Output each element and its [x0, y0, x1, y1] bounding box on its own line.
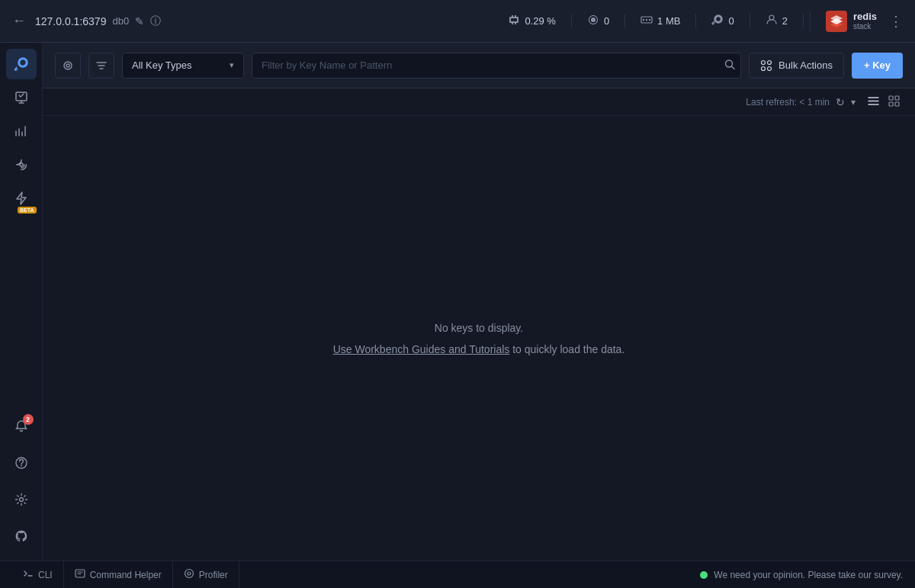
svg-rect-3 — [649, 19, 650, 21]
connection-db: db0 — [112, 15, 129, 27]
svg-rect-20 — [895, 102, 899, 106]
memory-value: 1 MB — [657, 15, 680, 27]
svg-point-4 — [769, 15, 774, 20]
command-helper-icon — [75, 568, 85, 581]
scan-button[interactable] — [55, 53, 81, 79]
menu-dots[interactable]: ⋮ — [889, 13, 903, 30]
sidebar-item-pubsub[interactable] — [6, 149, 37, 180]
memory-icon — [640, 14, 653, 28]
empty-suffix: to quickly load the data. — [509, 343, 624, 355]
svg-point-13 — [762, 60, 766, 64]
filter-button[interactable] — [88, 53, 114, 79]
sidebar-item-analytics[interactable] — [6, 116, 37, 146]
logo-text: redis — [853, 11, 877, 23]
svg-rect-17 — [889, 96, 893, 100]
bulk-actions-button[interactable]: Bulk Actions — [749, 53, 844, 79]
cpu-icon — [508, 14, 520, 28]
sidebar-item-workbench[interactable] — [6, 82, 37, 113]
main-layout: BETA 2 — [0, 43, 915, 561]
refresh-chevron-icon[interactable]: ▾ — [851, 97, 856, 108]
key-type-dropdown[interactable]: All Key Types ▾ — [122, 53, 244, 79]
connections-icon — [587, 14, 599, 28]
back-button[interactable]: ← — [12, 13, 26, 29]
cli-item[interactable]: CLI — [12, 561, 64, 588]
sidebar-item-settings[interactable] — [6, 484, 37, 515]
cpu-value: 0.29 % — [525, 15, 555, 27]
clients-value: 2 — [782, 15, 788, 27]
list-view-button[interactable] — [865, 94, 882, 111]
svg-point-23 — [188, 572, 191, 575]
keys-icon — [711, 14, 724, 28]
add-key-button[interactable]: + Key — [852, 53, 903, 79]
sidebar-item-keys[interactable] — [6, 49, 37, 79]
sidebar-item-notifications[interactable]: 2 — [6, 411, 37, 442]
profiler-label: Profiler — [199, 570, 228, 580]
profiler-icon — [184, 568, 194, 581]
key-type-label: All Key Types — [132, 59, 192, 71]
svg-rect-18 — [895, 96, 899, 100]
key-list-content: Last refresh: < 1 min ↻ ▾ — [43, 88, 915, 561]
bottom-bar: CLI Command Helper Profiler We need your… — [0, 561, 915, 588]
empty-text: No keys to display. — [435, 322, 523, 334]
add-key-label: + Key — [864, 59, 891, 71]
profiler-item[interactable]: Profiler — [173, 561, 239, 588]
info-icon[interactable]: ⓘ — [150, 14, 161, 28]
stat-connections: 0 — [572, 14, 625, 28]
refresh-text: Last refresh: < 1 min — [746, 97, 830, 108]
cli-icon — [23, 568, 34, 581]
clients-icon — [766, 14, 778, 28]
svg-rect-2 — [646, 19, 647, 21]
top-header: ← 127.0.0.1:6379 db0 ✎ ⓘ 0.29 % 0 — [0, 0, 915, 43]
svg-point-15 — [762, 66, 766, 70]
search-button[interactable] — [724, 59, 735, 72]
chevron-down-icon: ▾ — [230, 60, 234, 70]
stat-cpu: 0.29 % — [493, 14, 571, 28]
tree-view-button[interactable] — [885, 94, 903, 111]
stat-clients: 2 — [750, 14, 804, 28]
sidebar-item-github[interactable] — [6, 521, 37, 551]
svg-point-9 — [19, 498, 23, 502]
svg-point-16 — [768, 66, 772, 70]
svg-point-14 — [768, 60, 772, 64]
beta-badge: BETA — [18, 207, 37, 214]
sidebar: BETA 2 — [0, 43, 43, 561]
header-stats: 0.29 % 0 1 MB — [493, 11, 903, 32]
search-input[interactable] — [252, 53, 741, 79]
svg-point-10 — [64, 62, 72, 69]
connections-value: 0 — [604, 15, 609, 27]
stat-memory: 1 MB — [625, 14, 696, 28]
command-helper-label: Command Helper — [90, 570, 162, 580]
notification-badge: 2 — [23, 414, 34, 425]
svg-rect-1 — [643, 19, 644, 21]
connection-info: 127.0.0.1:6379 db0 ✎ ⓘ — [35, 14, 161, 28]
edit-connection-icon[interactable]: ✎ — [135, 15, 144, 27]
logo-sub: stack — [853, 22, 877, 31]
survey-dot — [700, 571, 708, 579]
bottom-right: We need your opinion. Please take our su… — [700, 570, 903, 580]
search-bar — [252, 53, 741, 79]
svg-point-11 — [66, 64, 69, 67]
command-helper-item[interactable]: Command Helper — [64, 561, 173, 588]
view-toggle — [865, 94, 903, 111]
refresh-bar: Last refresh: < 1 min ↻ ▾ — [43, 88, 915, 116]
survey-text: We need your opinion. Please take our su… — [714, 570, 903, 580]
redis-logo: redis stack ⋮ — [810, 11, 903, 32]
connection-address: 127.0.0.1:6379 — [35, 15, 106, 27]
cli-label: CLI — [38, 570, 53, 580]
stat-keys: 0 — [696, 14, 750, 28]
empty-state: No keys to display. Use Workbench Guides… — [43, 116, 915, 561]
svg-rect-19 — [889, 102, 893, 106]
key-list-header: All Key Types ▾ Bul — [43, 43, 915, 88]
empty-link: Use Workbench Guides and Tutorials to qu… — [333, 343, 625, 355]
sidebar-bottom: 2 — [6, 411, 37, 554]
sidebar-item-triggers[interactable]: BETA — [6, 183, 37, 214]
content-area: All Key Types ▾ Bul — [43, 43, 915, 561]
sidebar-item-help[interactable] — [6, 448, 37, 478]
refresh-icon[interactable]: ↻ — [836, 96, 845, 108]
workbench-link[interactable]: Use Workbench Guides and Tutorials — [333, 343, 510, 355]
bulk-actions-label: Bulk Actions — [779, 59, 833, 71]
svg-point-22 — [185, 570, 193, 578]
keys-value: 0 — [728, 15, 734, 27]
